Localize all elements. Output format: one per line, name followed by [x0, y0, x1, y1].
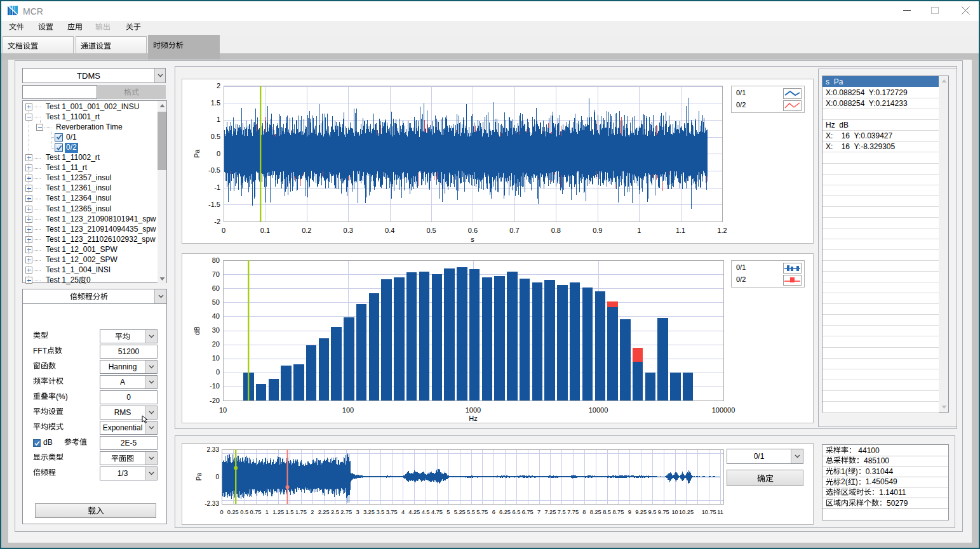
svg-text:0.5: 0.5 — [211, 133, 220, 140]
svg-text:1.75: 1.75 — [295, 509, 307, 515]
svg-text:10000: 10000 — [589, 406, 608, 414]
svg-text:0.3: 0.3 — [344, 227, 353, 234]
svg-text:0.1: 0.1 — [260, 227, 270, 234]
svg-text:-2: -2 — [214, 218, 220, 225]
svg-text:2.25: 2.25 — [318, 509, 330, 515]
svg-text:6.5: 6.5 — [513, 509, 521, 515]
svg-text:8.25: 8.25 — [590, 509, 601, 515]
svg-text:4.25: 4.25 — [408, 509, 420, 515]
svg-text:10.75: 10.75 — [702, 509, 716, 515]
svg-text:50: 50 — [212, 298, 220, 306]
svg-text:7: 7 — [537, 509, 540, 515]
svg-text:1.2: 1.2 — [717, 227, 727, 234]
svg-text:10.25: 10.25 — [679, 509, 694, 515]
svg-text:10: 10 — [212, 354, 220, 362]
svg-text:1.25: 1.25 — [272, 509, 284, 515]
svg-text:s: s — [471, 235, 474, 243]
svg-text:0.4: 0.4 — [385, 227, 394, 234]
svg-text:9.25: 9.25 — [635, 509, 647, 515]
svg-text:40: 40 — [212, 312, 220, 320]
svg-text:Pa: Pa — [196, 472, 203, 480]
svg-text:0.7: 0.7 — [509, 227, 519, 234]
svg-text:0: 0 — [220, 509, 223, 515]
svg-text:9.75: 9.75 — [658, 509, 669, 515]
svg-text:9.5: 9.5 — [648, 509, 657, 515]
svg-text:1.1: 1.1 — [676, 227, 685, 234]
svg-text:1: 1 — [217, 116, 220, 123]
svg-text:0: 0 — [215, 473, 219, 480]
svg-text:0.2: 0.2 — [302, 227, 311, 234]
svg-text:11: 11 — [717, 509, 723, 515]
svg-text:0.5: 0.5 — [240, 509, 248, 515]
svg-text:5: 5 — [446, 509, 450, 515]
svg-text:10: 10 — [219, 406, 227, 414]
svg-text:80: 80 — [212, 256, 220, 264]
svg-text:20: 20 — [212, 340, 220, 348]
svg-text:1.5: 1.5 — [286, 509, 294, 515]
svg-text:1: 1 — [637, 227, 641, 234]
svg-text:100000: 100000 — [712, 406, 735, 414]
svg-text:1: 1 — [265, 509, 269, 515]
svg-text:3.75: 3.75 — [386, 509, 398, 515]
svg-text:6.25: 6.25 — [499, 509, 511, 515]
svg-text:2.75: 2.75 — [340, 509, 352, 515]
svg-text:1000: 1000 — [466, 406, 481, 414]
svg-text:dB: dB — [193, 326, 201, 334]
svg-text:2.5: 2.5 — [331, 509, 339, 515]
svg-text:30: 30 — [212, 326, 220, 334]
svg-text:2: 2 — [311, 509, 314, 515]
svg-text:3.5: 3.5 — [376, 509, 384, 515]
svg-text:4.5: 4.5 — [422, 509, 430, 515]
svg-text:7.75: 7.75 — [567, 509, 579, 515]
svg-text:4.75: 4.75 — [431, 509, 443, 515]
svg-text:1.5: 1.5 — [211, 99, 220, 107]
svg-text:0.6: 0.6 — [468, 227, 478, 234]
svg-text:Hz: Hz — [469, 414, 477, 422]
svg-text:7.5: 7.5 — [558, 509, 566, 515]
svg-text:0.5: 0.5 — [426, 227, 436, 234]
svg-text:8.5: 8.5 — [603, 509, 611, 515]
svg-text:0: 0 — [216, 368, 220, 376]
svg-text:6.75: 6.75 — [522, 509, 534, 515]
svg-text:4: 4 — [401, 509, 405, 515]
svg-text:5.75: 5.75 — [476, 509, 488, 515]
svg-text:0.25: 0.25 — [227, 509, 239, 515]
svg-text:8.75: 8.75 — [612, 509, 624, 515]
svg-text:0: 0 — [222, 227, 225, 234]
svg-text:0.75: 0.75 — [250, 509, 262, 515]
svg-text:7.25: 7.25 — [544, 509, 556, 515]
svg-text:5.5: 5.5 — [467, 509, 475, 515]
svg-text:Pa: Pa — [193, 149, 201, 157]
svg-text:0.9: 0.9 — [593, 227, 602, 234]
svg-text:2.33: 2.33 — [207, 446, 220, 453]
svg-text:100: 100 — [342, 406, 354, 414]
svg-text:5.25: 5.25 — [454, 509, 466, 515]
svg-text:8: 8 — [582, 509, 586, 515]
svg-text:3.25: 3.25 — [363, 509, 375, 515]
svg-text:9: 9 — [628, 509, 631, 515]
svg-text:3: 3 — [356, 509, 359, 515]
svg-text:60: 60 — [212, 284, 220, 292]
svg-text:-1.5: -1.5 — [208, 201, 220, 208]
svg-text:0: 0 — [217, 150, 220, 157]
svg-text:-20: -20 — [210, 397, 220, 404]
svg-text:70: 70 — [212, 270, 220, 278]
svg-text:-10: -10 — [210, 382, 220, 390]
svg-text:-0.5: -0.5 — [208, 166, 220, 174]
svg-text:-2.33: -2.33 — [205, 500, 219, 507]
svg-text:-1: -1 — [214, 183, 220, 191]
svg-text:6: 6 — [492, 509, 495, 515]
svg-text:10: 10 — [671, 509, 678, 515]
svg-text:2: 2 — [217, 82, 220, 89]
svg-text:0.8: 0.8 — [551, 227, 561, 234]
